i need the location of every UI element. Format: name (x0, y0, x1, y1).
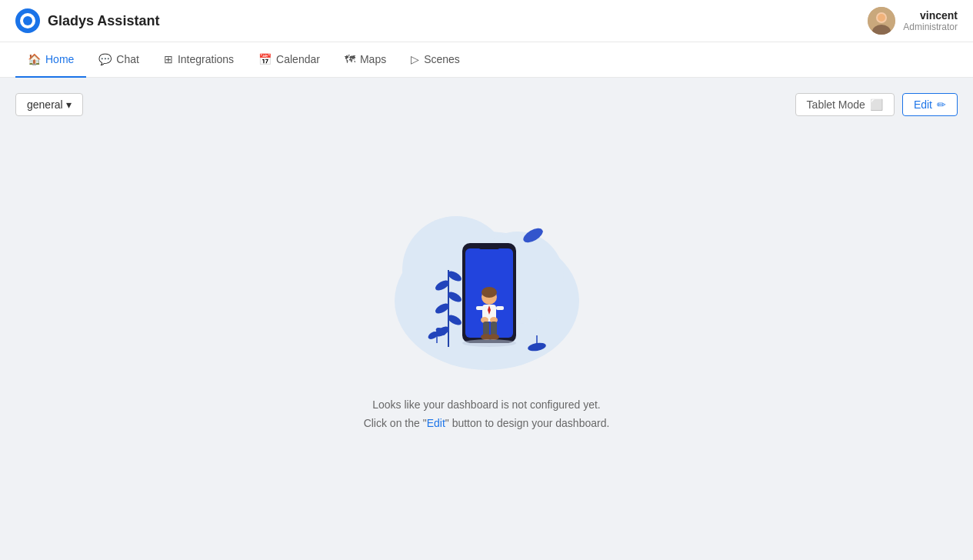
general-selector-button[interactable]: general ▾ (15, 93, 83, 116)
logo-area: Gladys Assistant (15, 8, 159, 33)
svg-point-33 (488, 334, 499, 340)
tablet-mode-label: Tablet Mode (807, 98, 865, 111)
svg-point-34 (462, 339, 516, 347)
edit-label: Edit (914, 98, 932, 111)
svg-point-6 (878, 14, 885, 22)
nav-item-calendar[interactable]: 📅 Calendar (246, 42, 332, 78)
app-header: Gladys Assistant vincent Administrator (0, 0, 973, 42)
nav-item-maps[interactable]: 🗺 Maps (332, 42, 398, 78)
user-area: vincent Administrator (868, 7, 958, 35)
svg-point-2 (23, 16, 32, 25)
app-logo-icon (15, 8, 40, 33)
scenes-icon: ▷ (411, 53, 419, 65)
svg-rect-31 (491, 322, 497, 335)
edit-icon: ✏ (937, 98, 946, 111)
user-info: vincent Administrator (903, 9, 958, 32)
maps-icon: 🗺 (345, 53, 355, 65)
nav-item-scenes[interactable]: ▷ Scenes (398, 42, 472, 78)
tablet-mode-button[interactable]: Tablet Mode ⬜ (795, 93, 895, 116)
integrations-icon: ⊞ (164, 53, 173, 65)
svg-rect-26 (476, 306, 484, 310)
nav-label-maps: Maps (360, 53, 386, 65)
chat-icon: 💬 (98, 53, 112, 65)
user-name: vincent (903, 9, 958, 22)
empty-state-text: Looks like your dashboard is not configu… (364, 396, 610, 433)
nav-item-home[interactable]: 🏠 Home (15, 42, 86, 78)
main-nav: 🏠 Home 💬 Chat ⊞ Integrations 📅 Calendar … (0, 42, 973, 78)
nav-label-scenes: Scenes (424, 53, 460, 65)
toolbar-right: Tablet Mode ⬜ Edit ✏ (795, 93, 958, 116)
empty-state: Looks like your dashboard is not configu… (15, 132, 958, 464)
nav-item-integrations[interactable]: ⊞ Integrations (152, 42, 246, 78)
svg-rect-27 (496, 306, 504, 310)
nav-item-chat[interactable]: 💬 Chat (86, 42, 152, 78)
nav-label-home: Home (45, 53, 74, 65)
empty-state-line1: Looks like your dashboard is not configu… (372, 398, 601, 411)
svg-rect-21 (479, 245, 499, 249)
user-role: Administrator (903, 22, 958, 32)
edit-button[interactable]: Edit ✏ (902, 93, 958, 116)
app-title: Gladys Assistant (48, 13, 159, 29)
main-content: general ▾ Tablet Mode ⬜ Edit ✏ (0, 78, 973, 560)
dashboard-toolbar: general ▾ Tablet Mode ⬜ Edit ✏ (15, 93, 958, 116)
tablet-mode-icon: ⬜ (870, 98, 883, 111)
svg-point-23 (482, 287, 497, 298)
general-selector-label: general ▾ (27, 98, 72, 111)
avatar (868, 7, 895, 35)
dashboard-illustration (379, 178, 595, 378)
nav-label-chat: Chat (116, 53, 139, 65)
nav-label-integrations: Integrations (178, 53, 234, 65)
calendar-icon: 📅 (258, 53, 272, 65)
home-icon: 🏠 (28, 53, 41, 65)
empty-state-line2: Click on the "Edit" button to design you… (364, 417, 610, 429)
svg-rect-30 (483, 322, 489, 335)
nav-label-calendar: Calendar (276, 53, 320, 65)
